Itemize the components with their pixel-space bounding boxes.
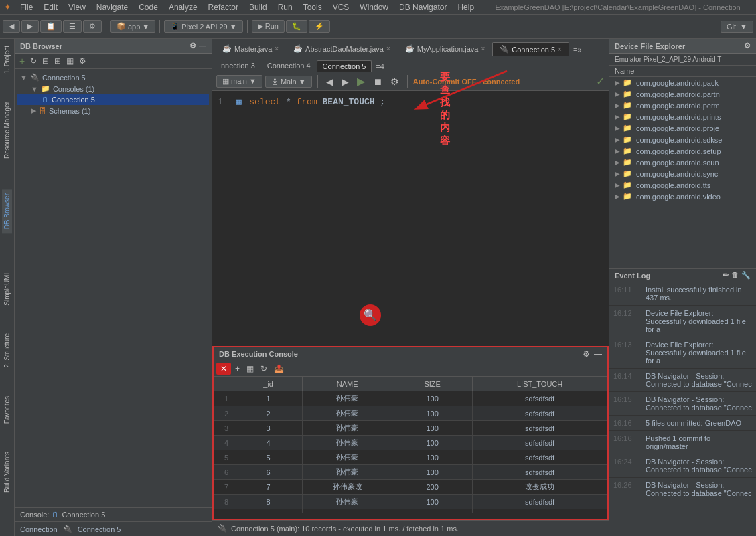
tab-myapplication[interactable]: ☕ MyApplication.java ×: [398, 41, 493, 56]
device-selector[interactable]: 📱 Pixel 2 API 29 ▼: [164, 20, 242, 33]
debug-button[interactable]: 🐛: [286, 20, 307, 33]
tab-conn5-close-icon[interactable]: ×: [558, 46, 562, 53]
filter-button[interactable]: ▦: [64, 56, 76, 66]
menu-analyze[interactable]: Analyze: [163, 1, 203, 13]
forward-button[interactable]: ▶: [21, 20, 39, 33]
refresh-button[interactable]: ↻: [28, 56, 39, 66]
tree-item-consoles[interactable]: ▼ 📁 Consoles (1): [17, 83, 209, 94]
tree-item-connection5-root[interactable]: ▼ 🔌 Connection 5: [17, 72, 209, 83]
collapse-button[interactable]: ⊟: [40, 56, 51, 66]
file-item[interactable]: ▶📁com.google.android.sync: [609, 168, 756, 179]
table-row[interactable]: 66孙伟豪100sdfsdfsdf: [214, 465, 607, 480]
tab-myapp-close-icon[interactable]: ×: [481, 45, 485, 52]
expand-button[interactable]: ⊞: [52, 56, 63, 66]
sql-stop-button[interactable]: ⏹: [370, 76, 385, 88]
file-item[interactable]: ▶📁com.google.android.pack: [609, 77, 756, 88]
table-row[interactable]: 55孙伟豪100sdfsdfsdf: [214, 450, 607, 465]
file-item[interactable]: ▶📁com.google.android.setup: [609, 145, 756, 157]
menu-code[interactable]: Code: [133, 1, 163, 13]
db-browser-settings-icon[interactable]: ⚙: [190, 41, 196, 50]
add-connection-button[interactable]: +: [17, 55, 27, 67]
tab-master-java[interactable]: ☕ Master.java ×: [215, 41, 286, 56]
menu-window[interactable]: Window: [354, 1, 394, 13]
sidebar-tab-db-browser[interactable]: DB Browser: [2, 189, 12, 233]
db-exec-settings-icon[interactable]: ⚙: [583, 349, 590, 359]
menu-vcs[interactable]: VCS: [327, 1, 355, 13]
table-row[interactable]: 33孙伟豪100sdfsdfsdf: [214, 421, 607, 436]
sidebar-tab-structure[interactable]: 2. Structure: [2, 329, 12, 372]
sidebar-tab-project[interactable]: 1. Project: [2, 41, 12, 78]
cell-3-3: sdfsdfsdf: [473, 436, 607, 450]
tree-item-schemas[interactable]: ▶ 🗄 Schemas (1): [17, 105, 209, 116]
file-item[interactable]: ▶📁com.google.android.soun: [609, 157, 756, 168]
catalog-selector[interactable]: 🗄 Main ▼: [265, 76, 312, 88]
sidebar-tab-simpleuml[interactable]: SimpleUML: [2, 267, 12, 310]
menu-edit[interactable]: Edit: [38, 1, 63, 13]
sql-run-button[interactable]: ▶: [354, 74, 368, 88]
file-item[interactable]: ▶📁com.google.android.prints: [609, 111, 756, 122]
conn-tab-more[interactable]: =4: [372, 61, 388, 72]
table-row[interactable]: 99孙伟豪100sdfsdfsdf: [214, 509, 607, 514]
event-log-trash-icon[interactable]: 🗑: [731, 271, 739, 280]
file-item[interactable]: ▶📁com.google.android.partn: [609, 88, 756, 100]
exec-add-icon[interactable]: +: [232, 363, 242, 375]
table-row[interactable]: 22孙伟豪100sdfsdfsdf: [214, 406, 607, 421]
schema-selector[interactable]: ▦ main ▼: [216, 75, 262, 88]
recent-files-button[interactable]: 📋: [40, 20, 62, 33]
conn-tab-4[interactable]: Connection 4: [261, 60, 317, 72]
db-exec-table-container[interactable]: _id NAME SIZE LIST_TOUCH 11孙伟豪100sdfsdfs…: [214, 377, 607, 513]
profile-button[interactable]: ⚡: [309, 20, 330, 33]
menu-help[interactable]: Help: [452, 1, 479, 13]
sql-next-button[interactable]: ▶: [339, 76, 352, 88]
menu-view[interactable]: View: [63, 1, 91, 13]
back-button[interactable]: ◀: [3, 20, 20, 33]
sidebar-tab-build-variants[interactable]: Build Variants: [2, 448, 12, 497]
sql-settings-button[interactable]: ⚙: [388, 76, 402, 88]
tab-connection5[interactable]: 🔌 Connection 5 ×: [492, 42, 569, 56]
file-item[interactable]: ▶📁com.google.android.proje: [609, 122, 756, 134]
sidebar-tab-favorites[interactable]: Favorites: [2, 392, 12, 428]
file-item[interactable]: ▶📁com.google.android.sdkse: [609, 134, 756, 145]
sql-prev-button[interactable]: ◀: [323, 76, 336, 88]
file-item[interactable]: ▶📁com.google.android.tts: [609, 179, 756, 191]
file-item[interactable]: ▶📁com.google.android.video: [609, 191, 756, 202]
table-row[interactable]: 11孙伟豪100sdfsdfsdf: [214, 391, 607, 406]
sql-content[interactable]: 1 ▦ select * from BEAN_TOUCH ; 要查找的内容: [212, 91, 609, 346]
dfe-settings-icon[interactable]: ⚙: [744, 41, 751, 50]
settings-button[interactable]: ⚙: [83, 20, 102, 33]
conn-tab-3[interactable]: nnection 3: [215, 60, 261, 72]
event-log-edit-icon[interactable]: ✏: [723, 271, 729, 280]
event-log-settings-icon[interactable]: 🔧: [741, 271, 751, 280]
tree-item-connection5-console[interactable]: 🗒 Connection 5: [17, 94, 209, 105]
conn-tab-5[interactable]: Connection 5: [317, 60, 372, 72]
tab-master-close-icon[interactable]: ×: [275, 45, 279, 52]
table-row[interactable]: 88孙伟豪100sdfsdfsdf: [214, 495, 607, 509]
clear-button[interactable]: ✕: [216, 363, 231, 375]
settings2-icon[interactable]: ⚙: [77, 56, 88, 66]
table-row[interactable]: 77孙伟豪改200改变成功: [214, 480, 607, 495]
table-row[interactable]: 44孙伟豪100sdfsdfsdf: [214, 436, 607, 450]
tab-abstractdao-close-icon[interactable]: ×: [386, 45, 390, 52]
menu-file[interactable]: File: [15, 1, 38, 13]
menu-tools[interactable]: Tools: [298, 1, 327, 13]
tab-abstractdaomaster[interactable]: ☕ AbstractDaoMaster.java ×: [286, 41, 398, 56]
exec-export-icon[interactable]: 📤: [271, 363, 287, 375]
search-button[interactable]: 🔍: [360, 304, 381, 326]
sidebar-tab-resource[interactable]: Resource Manager: [2, 98, 12, 163]
menu-build[interactable]: Build: [244, 1, 273, 13]
menu-refactor[interactable]: Refactor: [203, 1, 244, 13]
nav-bar-button[interactable]: ☰: [63, 20, 82, 33]
menu-db-navigator[interactable]: DB Navigator: [394, 1, 452, 13]
menu-navigate[interactable]: Navigate: [91, 1, 133, 13]
git-button[interactable]: Git: ▼: [721, 21, 753, 33]
exec-reload-icon[interactable]: ↻: [258, 363, 270, 375]
menu-run[interactable]: Run: [273, 1, 298, 13]
file-item[interactable]: ▶📁com.google.android.perm: [609, 100, 756, 111]
db-browser-minimize-icon[interactable]: —: [199, 41, 206, 50]
more-tabs-button[interactable]: =»: [569, 43, 586, 56]
exec-filter-icon[interactable]: ▦: [244, 363, 256, 375]
emulator-tab[interactable]: Emulator Pixel_2_API_29 Android T: [609, 54, 756, 66]
app-selector[interactable]: 📦 app ▼: [110, 20, 155, 33]
run-config-button[interactable]: ▶ Run: [252, 20, 285, 33]
db-exec-minimize-icon[interactable]: —: [594, 349, 602, 359]
